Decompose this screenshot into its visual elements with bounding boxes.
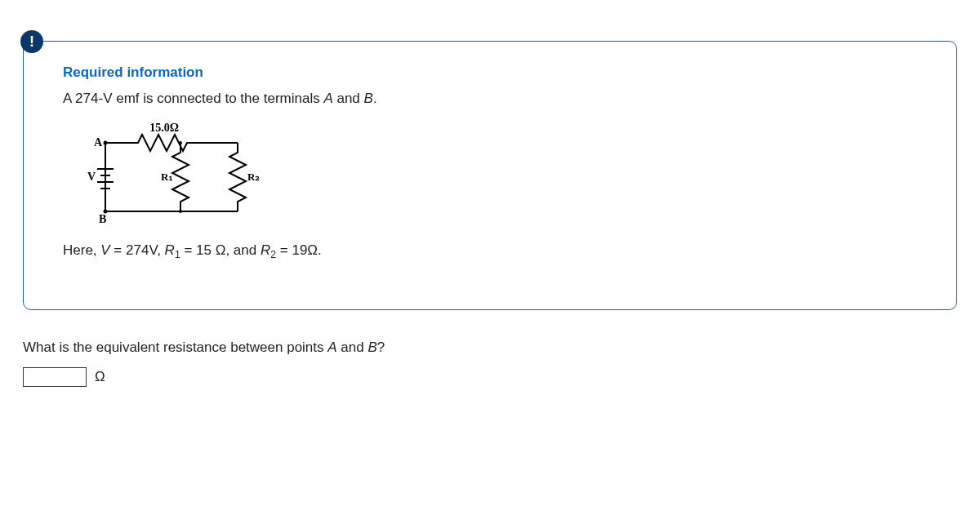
alert-icon: !	[20, 30, 43, 53]
label-r2: R₂	[247, 171, 260, 183]
svg-point-9	[179, 210, 182, 213]
required-info-box: ! Required information A 274-V emf is co…	[23, 41, 957, 310]
given-v-var: V	[100, 242, 109, 258]
question-prefix: What is the equivalent resistance betwee…	[23, 340, 327, 355]
given-prefix: Here,	[63, 242, 100, 258]
svg-point-7	[104, 210, 108, 214]
circuit-diagram: 15.0Ω A V R₁ R₂	[74, 122, 933, 228]
label-r1: R₁	[161, 171, 173, 183]
given-r1-sub: 1	[175, 249, 180, 260]
given-r1-eq: = 15 Ω, and	[180, 242, 261, 258]
answer-unit: Ω	[95, 369, 105, 385]
label-b: B	[99, 213, 106, 225]
given-r2-eq: = 19Ω.	[276, 242, 322, 258]
body-suffix: .	[373, 91, 377, 106]
required-info-title: Required information	[63, 64, 933, 81]
given-values: Here, V = 274V, R1 = 15 Ω, and R2 = 19Ω.	[63, 242, 933, 260]
question-suffix: ?	[377, 340, 385, 355]
svg-point-8	[179, 141, 182, 144]
given-r2-var: R	[261, 242, 270, 258]
label-v: V	[87, 171, 96, 183]
terminal-b: B	[364, 91, 373, 106]
question-b: B	[368, 340, 376, 355]
given-v-eq: = 274V,	[110, 242, 165, 258]
question-text: What is the equivalent resistance betwee…	[23, 340, 964, 356]
label-top-resistor: 15.0Ω	[149, 122, 179, 134]
question-a: A	[327, 340, 336, 355]
answer-input[interactable]	[23, 367, 87, 387]
label-a: A	[94, 136, 103, 149]
answer-row: Ω	[23, 367, 964, 387]
question-and: and	[337, 340, 368, 355]
given-r1-var: R	[165, 242, 175, 258]
svg-point-6	[104, 141, 108, 145]
body-and: and	[333, 91, 364, 106]
body-prefix: A 274-V emf is connected to the terminal…	[63, 91, 323, 106]
terminal-a: A	[323, 91, 332, 106]
required-info-body: A 274-V emf is connected to the terminal…	[63, 91, 933, 107]
